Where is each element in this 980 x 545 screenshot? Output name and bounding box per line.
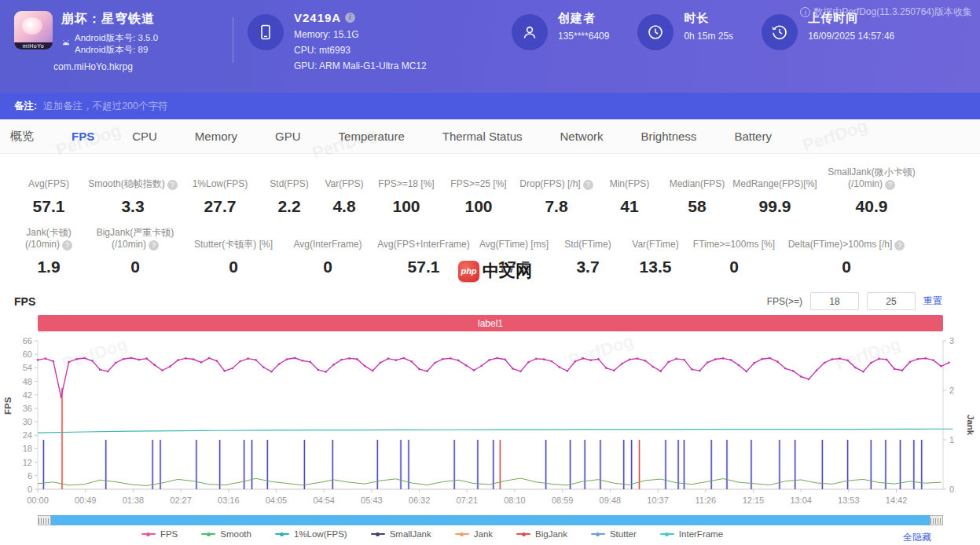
metric-label: MedRange(FPS)[%] (732, 178, 817, 190)
legend-item-SmallJank[interactable]: SmallJank (371, 529, 431, 539)
creator-label: 创建者 (558, 11, 609, 26)
metric-label: Avg(FTime) [ms] (475, 239, 553, 251)
upload-value: 16/09/2025 14:57:46 (808, 31, 894, 42)
tab-Temperature[interactable]: Temperature (320, 130, 424, 143)
svg-text:00:49: 00:49 (75, 496, 97, 505)
metric-cell: Avg(FPS)57.1 (11, 165, 86, 216)
chart-range-scrollbar[interactable] (38, 515, 943, 525)
legend-swatch-icon (516, 533, 530, 535)
svg-text:07:21: 07:21 (457, 496, 479, 505)
svg-text:0: 0 (949, 485, 954, 494)
metric-value: 0 (688, 258, 780, 276)
legend-item-Stutter[interactable]: Stutter (591, 529, 637, 539)
remark-label: 备注: (14, 100, 37, 113)
metric-label: Min(FPS) (597, 178, 662, 190)
svg-text:01:38: 01:38 (123, 496, 145, 505)
tab-FPS[interactable]: FPS (53, 130, 113, 143)
tab-Memory[interactable]: Memory (176, 130, 256, 143)
svg-text:13:53: 13:53 (838, 496, 860, 505)
svg-text:Jank: Jank (966, 415, 975, 436)
fps-chart-svg[interactable]: 0612182430364248546066012300:0000:4901:3… (0, 331, 980, 507)
metric-value: 40.9 (817, 197, 926, 216)
svg-text:2: 2 (949, 386, 954, 395)
collector-version-text: 数据由PerfDog(11.3.250764)版本收集 (813, 5, 972, 19)
tab-GPU[interactable]: GPU (256, 130, 320, 143)
fps-threshold-input-high[interactable] (867, 292, 916, 310)
duration-value: 0h 15m 25s (684, 31, 733, 42)
metric-cell: Jank(卡顿)(/10min)?1.9 (11, 225, 86, 276)
svg-text:05:43: 05:43 (361, 496, 383, 505)
help-icon[interactable]: ? (149, 240, 159, 251)
tab-概览[interactable]: 概览 (6, 129, 53, 144)
metric-value: 13.5 (622, 258, 688, 276)
remark-bar[interactable]: 备注: 追加备注，不超过200个字符 (0, 93, 980, 119)
fps-section-title: FPS (14, 295, 35, 308)
chart-label-band[interactable]: label1 (38, 315, 943, 331)
legend-item-FPS[interactable]: FPS (141, 529, 178, 539)
legend-item-BigJank[interactable]: BigJank (516, 529, 567, 539)
metric-cell: MedRange(FPS)[%]99.9 (732, 165, 817, 216)
metric-label: Var(FPS) (317, 178, 371, 190)
hide-all-link[interactable]: 全隐藏 (903, 531, 931, 544)
legend-item-Jank[interactable]: Jank (455, 529, 493, 539)
reset-link[interactable]: 重置 (923, 294, 942, 308)
metric-value: 2.2 (261, 197, 317, 216)
svg-text:10:37: 10:37 (647, 496, 669, 505)
scrollbar-track[interactable] (51, 515, 930, 525)
svg-text:09:48: 09:48 (600, 496, 622, 505)
metric-label: FPS>=25 [%] (442, 178, 516, 190)
scrollbar-right-handle[interactable] (930, 515, 943, 525)
metric-value: 57.1 (373, 258, 475, 276)
metric-label: FTime>=100ms [%] (688, 239, 780, 251)
metric-cell: SmallJank(微小卡顿)(/10min)?40.9 (817, 165, 926, 216)
svg-text:6: 6 (28, 471, 32, 481)
help-icon[interactable]: ? (583, 180, 593, 190)
help-icon[interactable]: ? (885, 180, 895, 190)
metric-label: (/10min)? (86, 239, 184, 251)
tab-Battery[interactable]: Battery (715, 130, 791, 143)
fps-chart[interactable]: 0612182430364248546066012300:0000:4901:3… (0, 331, 980, 510)
collector-version-note: i 数据由PerfDog(11.3.250764)版本收集 (800, 5, 972, 19)
package-name: com.miHoYo.hkrpg (53, 61, 233, 72)
app-icon-brand: miHoYo (14, 42, 53, 49)
tab-CPU[interactable]: CPU (113, 130, 176, 143)
help-icon[interactable]: ? (894, 240, 905, 251)
help-icon[interactable]: ? (167, 180, 178, 190)
metric-cell: Std(FPS)2.2 (261, 165, 317, 216)
help-icon[interactable]: ? (62, 240, 72, 251)
metric-value: 1.9 (11, 258, 86, 276)
metric-label: FPS>=18 [%] (371, 178, 442, 190)
legend-item-1%Low(FPS)[interactable]: 1%Low(FPS) (275, 529, 347, 539)
svg-text:04:54: 04:54 (313, 496, 335, 505)
metric-cell: FTime>=100ms [%]0 (688, 225, 780, 276)
tab-Brightness[interactable]: Brightness (622, 130, 716, 143)
metric-value: 7.8 (516, 197, 597, 216)
svg-text:08:59: 08:59 (552, 496, 574, 505)
perfdog-report-page: i 数据由PerfDog(11.3.250764)版本收集 miHoYo 崩坏：… (0, 0, 980, 545)
legend-label: 1%Low(FPS) (294, 529, 347, 539)
svg-text:FPS: FPS (3, 397, 13, 415)
svg-text:54: 54 (23, 363, 32, 372)
metric-value: 100 (371, 197, 442, 216)
device-info-icon[interactable]: i (345, 13, 355, 23)
android-version: Android版本号: 3.5.0 (75, 32, 158, 44)
metric-cell: Drop(FPS) [/h]?7.8 (516, 165, 597, 216)
legend-item-Smooth[interactable]: Smooth (201, 529, 251, 539)
device-cpu: CPU: mt6993 (294, 45, 427, 56)
metric-cell: FPS>=18 [%]100 (371, 165, 442, 216)
metric-cell: 1%Low(FPS)27.7 (179, 165, 261, 216)
metrics-row-2: Jank(卡顿)(/10min)?1.9BigJank(严重卡顿)(/10min… (11, 225, 980, 276)
metric-cell: Var(FPS)4.8 (317, 165, 371, 216)
metric-value: 0 (283, 258, 373, 276)
legend-swatch-icon (371, 533, 385, 535)
scrollbar-left-handle[interactable] (38, 515, 51, 525)
svg-text:30: 30 (23, 417, 32, 426)
legend-item-InterFrame[interactable]: InterFrame (660, 529, 723, 539)
tab-Network[interactable]: Network (541, 130, 622, 143)
tab-Thermal Status[interactable]: Thermal Status (424, 130, 541, 143)
creator-value: 135****6409 (558, 31, 609, 42)
metric-value: 3.3 (86, 197, 179, 216)
metric-label: Smooth(稳帧指数)? (86, 178, 179, 190)
metric-label: Drop(FPS) [/h]? (516, 178, 597, 190)
fps-threshold-input-low[interactable] (810, 292, 859, 310)
